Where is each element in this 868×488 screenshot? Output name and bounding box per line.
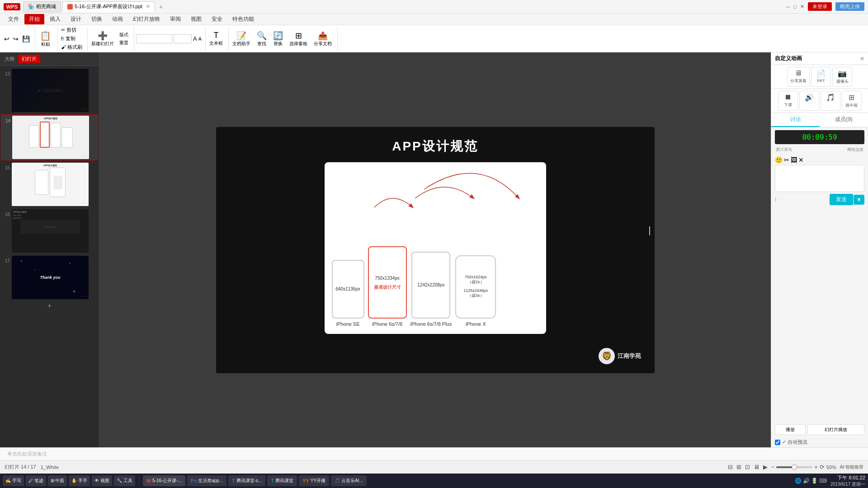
slide-item-17[interactable]: 17 Thank you ⋯⋯ [1, 255, 98, 300]
maximize-btn[interactable]: □ [793, 4, 797, 9]
tab-close-icon[interactable]: ✕ [146, 4, 150, 9]
slide-item-15[interactable]: 15 APP设计规范 ⋯⋯ [1, 162, 98, 207]
cut-chat-btn[interactable]: ✂ [784, 156, 789, 164]
phone-iphone-x: 750x1624px（@2x） 1125x2436px（@3x） iPhone … [455, 255, 496, 327]
layout-btn[interactable]: 版式 [118, 31, 130, 38]
right-panel-title: 自定义动画 [775, 55, 802, 62]
discussion-tab[interactable]: 讨论 [771, 113, 820, 127]
format-painter-btn[interactable]: 🖌 格式刷 [60, 43, 84, 51]
font-size-down-btn[interactable]: A [198, 36, 202, 42]
add-slide-btn[interactable]: + [3, 302, 96, 310]
notes-placeholder: 单击此处添加备注 [7, 450, 47, 457]
taskbar-item-writing[interactable]: ✍ 手写 [3, 475, 24, 486]
taskbar-app-yy[interactable]: YY YY开播 [299, 475, 329, 486]
ribbon-tab-design[interactable]: 设计 [66, 14, 86, 24]
redo-btn[interactable]: ↪ [12, 34, 20, 44]
wps-logo[interactable]: WPS [4, 3, 20, 10]
ai-btn[interactable]: AI·智能推荐 [840, 464, 863, 470]
volume-btn[interactable]: 🔊 [799, 91, 819, 111]
save-btn[interactable]: 💾 [21, 34, 31, 44]
taskbar-app-music[interactable]: 🎵 云音乐AI... [331, 475, 367, 486]
taskbar-app-ps[interactable]: Ps 生活类app... [187, 475, 226, 486]
login-button[interactable]: 未登录 [808, 2, 832, 11]
tab-shop[interactable]: 🏪 稻壳商城 [23, 1, 61, 12]
font-name-input[interactable] [136, 34, 172, 43]
replace-btn[interactable]: 🔄 替换 [271, 30, 285, 48]
ribbon-tab-review[interactable]: 审阅 [165, 14, 185, 24]
ppt-btn[interactable]: 📄 PPT [811, 67, 831, 87]
upload-button[interactable]: 稻壳上传 [835, 2, 864, 11]
view-presenter-btn[interactable]: 🖥 [754, 464, 760, 470]
ribbon-tab-view[interactable]: 视图 [186, 14, 206, 24]
zoom-reset-btn[interactable]: ⟳ [820, 464, 825, 470]
ribbon-tab-transition[interactable]: 切换 [87, 14, 107, 24]
taskbar-app-tencent2[interactable]: T 腾讯课堂 [267, 475, 297, 486]
share-screen-btn[interactable]: 🖥 分享屏幕 [787, 67, 810, 87]
ribbon-tab-insert[interactable]: 插入 [45, 14, 65, 24]
view-grid-btn[interactable]: ⊡ [745, 464, 750, 470]
right-panel-close-icon[interactable]: ✕ [860, 56, 864, 62]
view-normal-btn[interactable]: ⊟ [728, 464, 733, 470]
emoji-btn[interactable]: 🙂 [775, 156, 783, 164]
tab-file[interactable]: 5-16-公开课-APP界面设计t.ppt ✕ [62, 1, 155, 12]
taskbar-item-center[interactable]: ⊞ 中面 [48, 475, 67, 486]
close-btn[interactable]: ✕ [800, 4, 804, 9]
zoom-out-btn[interactable]: − [771, 464, 775, 470]
taskbar-app-tencent1[interactable]: T 腾讯课堂-s... [228, 475, 265, 486]
taskbar-item-hand[interactable]: ✋ 手手 [69, 475, 90, 486]
ribbon-tab-animation[interactable]: 动画 [108, 14, 127, 24]
ribbon-tab-file[interactable]: 文件 [4, 14, 24, 24]
zoom-in-btn[interactable]: + [814, 464, 818, 470]
taskbar-item-ink[interactable]: 🖊 笔迹 [26, 475, 46, 486]
timer-label1: 累计系句 [776, 147, 792, 153]
send-button[interactable]: 发送 [830, 194, 853, 205]
play-slide-btn[interactable]: ▶ [763, 464, 768, 470]
selection-pane-btn[interactable]: ⊞ 选择窗格 [288, 30, 309, 48]
notes-bar[interactable]: 单击此处添加备注 [0, 447, 868, 460]
new-slide-btn[interactable]: ➕ 新建幻灯片 [90, 30, 116, 48]
ribbon-tab-slideshow[interactable]: 幻灯片放映 [128, 14, 165, 24]
members-tab[interactable]: 成员(9) [820, 113, 868, 127]
minimize-btn[interactable]: ─ [787, 4, 790, 9]
pip-btn[interactable]: ⊞ 画中画 [842, 91, 862, 111]
music-btn[interactable]: 🎵 [821, 91, 840, 111]
copy-btn[interactable]: ⎘ 复制 [60, 35, 84, 42]
ribbon-tab-security[interactable]: 安全 [207, 14, 227, 24]
paste-btn[interactable]: 📋 粘贴 [37, 29, 54, 48]
slides-btn[interactable]: 幻灯片 [18, 55, 40, 63]
auto-play-row[interactable]: ✓ 自动预流 [771, 437, 868, 447]
ribbon-tab-home[interactable]: 开始 [24, 14, 44, 24]
cut-btn[interactable]: ✂ 剪切 [60, 26, 84, 34]
slide-item-16[interactable]: 16 APP设计规范 iOS 7以后 Android 7.x 操作说明文字 ⋯⋯ [1, 208, 98, 253]
play-btn[interactable]: 播放 [775, 424, 806, 435]
zoom-slider[interactable] [776, 466, 812, 468]
slide-canvas[interactable]: APP设计规范 [216, 127, 655, 373]
font-size-input[interactable] [174, 34, 192, 43]
auto-play-checkbox[interactable] [775, 440, 780, 445]
taskbar-app-wps[interactable]: W 5-16-公开课-... [143, 475, 185, 486]
undo-btn[interactable]: ↩ [3, 34, 11, 44]
more-chat-btn[interactable]: ✕ [798, 156, 804, 164]
slideshow-btn[interactable]: 幻灯片摘放 [807, 424, 864, 435]
view-slide-btn[interactable]: ⊞ [736, 464, 741, 470]
file-tab-label: 5-16-公开课-APP界面设计t.ppt [75, 3, 142, 10]
doc-helper-btn[interactable]: 📝 文档助手 [231, 30, 252, 48]
share-doc-btn[interactable]: 📤 分享文档 [312, 30, 334, 48]
slide-item-14[interactable]: 14 APP设计规范 ⋯⋯ [1, 114, 98, 160]
camera-btn[interactable]: 📷 摄像头 [832, 67, 852, 87]
taskbar-item-view[interactable]: 👁 视图 [92, 475, 112, 486]
chat-input[interactable] [775, 165, 864, 192]
image-chat-btn[interactable]: 🖼 [791, 156, 797, 164]
send-dropdown-btn[interactable]: ▼ [854, 195, 864, 205]
slide-item-13[interactable]: 13 ● 产品设计展示 ⋯⋯ [1, 68, 98, 113]
end-class-btn[interactable]: ⏹ 下课 [778, 91, 798, 111]
new-tab-btn[interactable]: + [156, 2, 165, 11]
reset-btn[interactable]: 重置 [118, 39, 130, 47]
ribbon-tab-special[interactable]: 特色功能 [228, 14, 259, 24]
taskbar-item-tools[interactable]: 🔧 工具 [114, 475, 135, 486]
textbox-btn[interactable]: T 文本框 [208, 30, 225, 47]
outline-btn[interactable]: 大纲 [5, 56, 14, 62]
font-size-up-btn[interactable]: A [193, 35, 197, 42]
find-btn[interactable]: 🔍 查找 [255, 30, 269, 48]
tab-bar: 🏪 稻壳商城 5-16-公开课-APP界面设计t.ppt ✕ + [23, 1, 783, 12]
